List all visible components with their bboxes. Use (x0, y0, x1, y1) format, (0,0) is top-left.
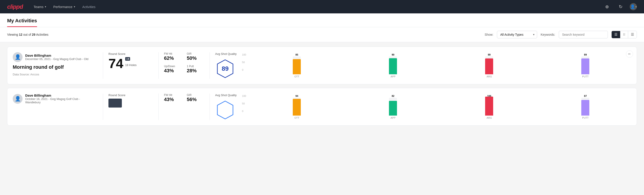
bar-outer (293, 56, 301, 74)
stat-gir-value: 50% (187, 55, 204, 61)
main-content: ✏ 👤 Dave Billingham December 05, 2021 - … (0, 42, 644, 134)
bar-outer (581, 98, 589, 116)
performance-chevron-icon: ▾ (74, 5, 75, 8)
bar-col: 85OTT (251, 53, 343, 78)
user-avatar[interactable]: 👤 ▾ (630, 3, 637, 10)
svg-marker-1 (217, 101, 233, 119)
nav-activities[interactable]: Activities (82, 3, 96, 10)
hex-badge: 89 (215, 59, 235, 79)
quality-section-2: Avg Shot Quality 10050094OTT82APP106ARG8… (215, 94, 631, 120)
bar-chart-area-2: 10050094OTT82APP106ARG87PUTT (242, 94, 631, 119)
view-list-button[interactable]: ☰ (628, 31, 637, 38)
score-badge: +4 (125, 57, 130, 61)
bar-label: APP (390, 116, 396, 119)
bar-label: APP (390, 75, 396, 78)
refresh-icon[interactable]: ↻ (619, 4, 622, 9)
bar-value: 87 (584, 94, 587, 97)
round-score-label-2: Round Score (108, 94, 153, 97)
card-divider-5 (158, 94, 159, 120)
card-divider (103, 52, 103, 79)
stat-fw-hit-2: FW Hit 43% (164, 94, 182, 102)
avatar-icon: 👤 (630, 4, 635, 9)
stat-1putt: 1 Putt 28% (187, 65, 204, 74)
bar-outer (389, 56, 397, 74)
hex-score: 89 (222, 65, 228, 72)
bar-fill (293, 99, 301, 116)
stat-updown: Up/Down 43% (164, 65, 182, 74)
user-date-2: October 16, 2021 - Gog Magog Golf Club -… (25, 97, 92, 104)
view-grid-button[interactable]: ⁝⁝ (620, 31, 628, 38)
stat-fw-hit-label: FW Hit (164, 52, 182, 55)
user-date: December 05, 2021 - Gog Magog Golf Club … (25, 57, 88, 61)
activity-title: Morning round of golf (13, 64, 92, 70)
user-name: Dave Billingham (25, 54, 88, 57)
nav-teams[interactable]: Teams ▾ (34, 3, 46, 10)
bar-label: PUTT (582, 116, 589, 119)
stat-gir-value-2: 56% (187, 96, 204, 102)
page-title: My Activities (7, 14, 37, 27)
keywords-label: Keywords: (541, 33, 555, 36)
bar-label: ARG (486, 75, 492, 78)
stat-gir-label: GIR (187, 52, 204, 55)
bar-fill (485, 58, 493, 74)
bar-outer (389, 98, 397, 116)
stat-fw-hit: FW Hit 62% (164, 52, 182, 61)
user-row-2: 👤 Dave Billingham October 16, 2021 - Gog… (13, 94, 92, 104)
stat-1putt-value: 28% (187, 68, 204, 74)
bar-label: OTT (294, 116, 299, 119)
bar-label: ARG (486, 116, 492, 119)
bar-col: 89PUTT (540, 53, 631, 78)
score-number: 74 (108, 57, 124, 70)
nav-performance[interactable]: Performance ▾ (53, 3, 75, 10)
bar-fill (581, 100, 589, 116)
logo[interactable]: clippd (7, 3, 23, 10)
card-left: 👤 Dave Billingham December 05, 2021 - Go… (13, 52, 98, 76)
bar-value: 85 (296, 53, 298, 56)
stat-updown-value: 43% (164, 68, 182, 74)
stat-updown-label: Up/Down (164, 65, 182, 68)
user-info-2: Dave Billingham October 16, 2021 - Gog M… (25, 94, 92, 104)
bar-col: 106ARG (444, 94, 535, 119)
score-holes: 18 Holes (125, 63, 136, 67)
stat-gir: GIR 50% (187, 52, 204, 61)
avg-shot-quality-label-2: Avg Shot Quality (215, 94, 237, 97)
viewing-text: Viewing 12 out of 29 Activities (7, 33, 481, 36)
bar-fill (389, 58, 397, 74)
bar-value: 89 (488, 53, 490, 56)
round-score-label: Round Score (108, 52, 153, 56)
avatar-2: 👤 (13, 94, 22, 104)
bar-col: 94OTT (251, 94, 343, 119)
card-divider-2 (158, 52, 159, 79)
page-header: My Activities (0, 14, 644, 27)
bar-fill (485, 96, 493, 116)
view-buttons: ☰ ⁝⁝ ☰ (612, 31, 637, 38)
bar-outer (581, 56, 589, 74)
activity-type-select[interactable]: All Activity Types (497, 31, 537, 38)
bar-value: 94 (296, 94, 298, 97)
user-info: Dave Billingham December 05, 2021 - Gog … (25, 54, 88, 61)
bar-outer (485, 98, 493, 116)
bar-value: 89 (584, 53, 587, 56)
toolbar: Viewing 12 out of 29 Activities Show: Al… (0, 27, 644, 42)
bar-outer (293, 98, 301, 116)
card-divider-6 (210, 94, 210, 120)
hexagon-svg-2 (215, 100, 235, 120)
avg-shot-quality-label: Avg Shot Quality (215, 52, 237, 56)
bar-col: 87PUTT (540, 94, 631, 119)
show-label: Show: (485, 33, 494, 36)
stat-fw-hit-label-2: FW Hit (164, 94, 182, 96)
hex-badge-2 (215, 100, 235, 120)
activity-type-select-wrapper: All Activity Types ▾ (497, 31, 537, 38)
navbar: clippd Teams ▾ Performance ▾ Activities … (0, 0, 644, 14)
activity-card: ✏ 👤 Dave Billingham December 05, 2021 - … (7, 47, 637, 84)
user-name-2: Dave Billingham (25, 94, 92, 97)
view-list-compact-button[interactable]: ☰ (612, 31, 620, 38)
card-divider-4 (103, 94, 103, 120)
bar-chart-area: 10050085OTT90APP89ARG89PUTT (242, 53, 631, 78)
bar-col: 89ARG (444, 53, 535, 78)
keyword-input[interactable] (559, 31, 608, 38)
add-icon[interactable]: ⊕ (605, 4, 609, 9)
avatar-person-icon: 👤 (15, 54, 21, 60)
bar-label: PUTT (582, 75, 589, 78)
user-row: 👤 Dave Billingham December 05, 2021 - Go… (13, 52, 92, 62)
